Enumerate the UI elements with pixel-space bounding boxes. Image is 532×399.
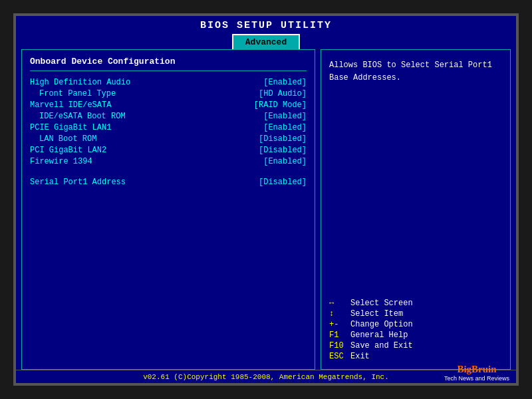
panel-title: Onboard Device Configuration xyxy=(30,57,307,66)
key-label: Select Item xyxy=(350,309,403,319)
key-sym: F10 xyxy=(329,341,350,350)
config-value: [RAID Mode] xyxy=(254,100,307,110)
key-label: Select Screen xyxy=(350,299,413,308)
config-label: PCI GigaBit LAN2 xyxy=(30,146,106,155)
watermark: BigBruin Tech News and Reviews xyxy=(444,364,509,382)
key-sym: ↔ xyxy=(329,299,350,308)
key-label: Exit xyxy=(350,352,370,361)
config-value: [Disabled] xyxy=(259,146,307,155)
config-label: LAN Boot ROM xyxy=(30,134,96,144)
key-label: General Help xyxy=(350,331,408,340)
config-row: LAN Boot ROM[Disabled] xyxy=(30,134,307,144)
key-sym: +- xyxy=(329,320,350,329)
key-label: Save and Exit xyxy=(350,341,413,350)
config-row: Firewire 1394[Enabled] xyxy=(30,157,307,166)
config-label: Front Panel Type xyxy=(30,89,116,98)
key-sym: ESC xyxy=(329,352,350,361)
config-value: [Enabled] xyxy=(263,112,307,121)
key-row: ESCExit xyxy=(329,352,502,361)
bios-screen: BIOS SETUP UTILITY Advanced Onboard Devi… xyxy=(13,13,519,386)
tab-advanced[interactable]: Advanced xyxy=(232,34,300,49)
serial-label: Serial Port1 Address xyxy=(30,178,126,187)
key-sym: ↕ xyxy=(329,309,350,319)
config-value: [HD Audio] xyxy=(259,89,307,98)
config-label: IDE/eSATA Boot ROM xyxy=(30,112,126,121)
divider xyxy=(30,70,307,71)
serial-row: Serial Port1 Address [Disabled] xyxy=(30,178,307,187)
footer-text: v02.61 (C)Copyright 1985-2008, American … xyxy=(143,373,389,381)
footer: v02.61 (C)Copyright 1985-2008, American … xyxy=(16,370,516,383)
key-row: F1General Help xyxy=(329,331,502,340)
config-row: High Definition Audio[Enabled] xyxy=(30,78,307,87)
config-value: [Enabled] xyxy=(263,78,307,87)
key-row: +-Change Option xyxy=(329,320,502,329)
config-row: Marvell IDE/eSATA[RAID Mode] xyxy=(30,100,307,110)
config-value: [Enabled] xyxy=(263,123,307,132)
key-row: ↔Select Screen xyxy=(329,299,502,308)
key-row: ↕Select Item xyxy=(329,309,502,319)
tab-bar: Advanced xyxy=(16,34,516,49)
config-row: Front Panel Type[HD Audio] xyxy=(30,89,307,98)
watermark-brand: BigBruin xyxy=(457,364,496,374)
left-panel: Onboard Device Configuration High Defini… xyxy=(21,49,315,370)
keys-section: ↔Select Screen↕Select Item+-Change Optio… xyxy=(329,292,502,362)
key-row: F10Save and Exit xyxy=(329,341,502,350)
config-rows: High Definition Audio[Enabled]Front Pane… xyxy=(30,78,307,168)
serial-value: [Disabled] xyxy=(259,178,307,187)
config-label: High Definition Audio xyxy=(30,78,130,87)
config-row: PCIE GigaBit LAN1[Enabled] xyxy=(30,123,307,132)
config-row: IDE/eSATA Boot ROM[Enabled] xyxy=(30,112,307,121)
config-row: PCI GigaBit LAN2[Disabled] xyxy=(30,146,307,155)
serial-section: Serial Port1 Address [Disabled] xyxy=(30,178,307,189)
help-text: Allows BIOS to Select Serial Port1 Base … xyxy=(329,59,502,84)
config-label: PCIE GigaBit LAN1 xyxy=(30,123,111,132)
watermark-sub: Tech News and Reviews xyxy=(444,375,509,382)
right-panel: Allows BIOS to Select Serial Port1 Base … xyxy=(321,49,511,370)
key-sym: F1 xyxy=(329,331,350,340)
key-label: Change Option xyxy=(350,320,413,329)
config-value: [Enabled] xyxy=(263,157,307,166)
main-content: Onboard Device Configuration High Defini… xyxy=(16,49,516,370)
bios-title: BIOS SETUP UTILITY xyxy=(16,16,516,34)
config-label: Marvell IDE/eSATA xyxy=(30,100,111,110)
config-label: Firewire 1394 xyxy=(30,157,92,166)
config-value: [Disabled] xyxy=(259,134,307,144)
